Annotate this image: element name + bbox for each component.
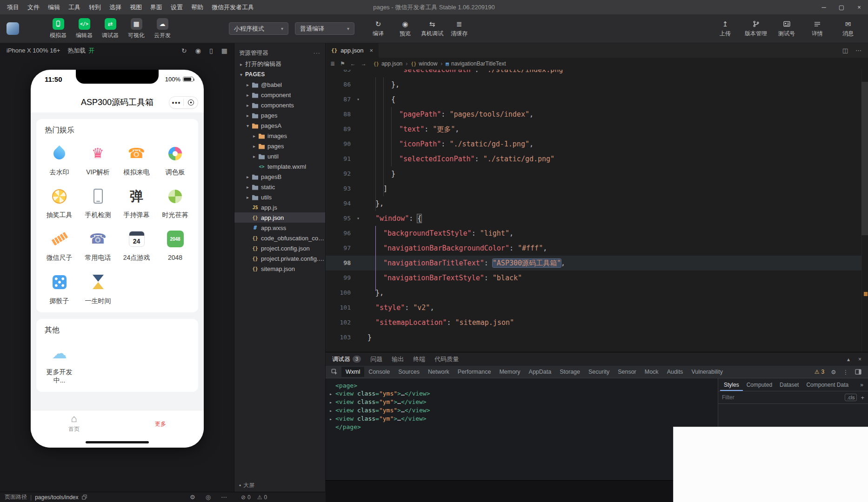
menu-item[interactable]: 编辑 (44, 0, 64, 14)
capsule-more-icon[interactable]: ●●● (169, 100, 183, 105)
devtools-tab-vulnerability[interactable]: Vulnerability (687, 367, 727, 377)
close-tab-icon[interactable]: × (369, 47, 373, 54)
toolbar-button-cloud[interactable]: ☁ 云开发 (149, 18, 175, 40)
devtools-tab-mock[interactable]: Mock (641, 367, 663, 377)
tree-item[interactable]: JSapp.js (234, 202, 325, 212)
action-button-details[interactable]: 详情 (802, 20, 833, 38)
devtools-tab-sources[interactable]: Sources (394, 367, 424, 377)
tabbar-item-grid[interactable]: 更多 (117, 410, 204, 436)
action-button-preview[interactable]: ◉ 预览 (392, 20, 419, 38)
menu-item[interactable]: 微信开发者工具 (207, 0, 258, 14)
code-line-93[interactable]: 93 ] (326, 181, 868, 196)
settings-icon[interactable]: ⚙ (190, 494, 195, 501)
miniapp-tool-item[interactable]: 去水印 (40, 143, 79, 176)
warning-count-badge[interactable]: ⚠ 3 (815, 369, 824, 375)
devtools-tab-audits[interactable]: Audits (663, 367, 688, 377)
devtools-tab-security[interactable]: Security (584, 367, 614, 377)
panel-tab-4[interactable]: 代码质量 (434, 355, 459, 363)
miniapp-tool-item[interactable]: 手机检测 (79, 185, 117, 219)
action-button-upload[interactable]: ↥ 上传 (710, 20, 741, 38)
expand-icon[interactable]: ▸ (329, 398, 335, 406)
toolbar-button-simulator[interactable]: 模拟器 (45, 18, 71, 40)
split-editor-icon[interactable]: ◫ (842, 47, 848, 54)
tree-item[interactable]: ▸pages (234, 141, 325, 151)
dom-node[interactable]: </page> (329, 423, 718, 431)
maximize-button[interactable]: ▢ (833, 0, 850, 14)
devtools-tab-console[interactable]: Console (364, 367, 394, 377)
tree-item[interactable]: ▸component (234, 90, 325, 100)
miniapp-tool-item[interactable]: ♛ VIP解析 (79, 143, 117, 176)
miniapp-tool-item[interactable]: ☎ 常用电话 (79, 228, 117, 262)
explorer-more-icon[interactable]: ··· (314, 50, 321, 56)
eye-icon[interactable]: ◎ (206, 494, 211, 501)
panel-tab-1[interactable]: 问题 (370, 355, 382, 363)
problems-counter[interactable]: ⊘0 ⚠0 (241, 494, 267, 501)
action-button-testid[interactable]: 测试号 (771, 20, 802, 38)
code-line-88[interactable]: 88 "pagePath": "pages/tools/index", (326, 107, 868, 122)
tree-item[interactable]: {}code_obfuscation_conf... (234, 233, 325, 243)
tree-item[interactable]: ▸until (234, 151, 325, 161)
sidebar-tab-styles[interactable]: Styles (720, 379, 743, 391)
tree-item[interactable]: ▸utils (234, 192, 325, 202)
tab-app-json[interactable]: {} app.json × (326, 43, 379, 58)
dom-node[interactable]: ▸<view class="ym">…</view> (329, 415, 718, 423)
dom-node[interactable]: <page> (329, 382, 718, 390)
minimize-button[interactable]: ─ (815, 0, 833, 14)
tree-item[interactable]: {}project.config.json (234, 243, 325, 253)
devtools-tab-performance[interactable]: Performance (454, 367, 495, 377)
miniapp-tool-item[interactable]: 抽奖工具 (40, 185, 79, 219)
miniapp-tool-item[interactable]: 调色板 (156, 143, 194, 176)
code-line-92[interactable]: 92 } (326, 166, 868, 181)
more-actions-icon[interactable]: ⋯ (855, 47, 861, 54)
settings-icon[interactable]: ⚙ (831, 369, 836, 376)
dom-node[interactable]: ▸<view class="yms">…</view> (329, 406, 718, 415)
tree-item[interactable]: <>template.wxml (234, 161, 325, 172)
code-line-98[interactable]: 98 "navigationBarTitleText": "ASP300源码工具… (326, 256, 868, 271)
action-button-clear-cache[interactable]: ≣ 清缓存 (446, 20, 473, 38)
sidebar-tab-component-data[interactable]: Component Data (802, 379, 852, 391)
sidebar-tab-computed[interactable]: Computed (743, 379, 776, 391)
screenshot-icon[interactable]: ◉ (195, 47, 201, 54)
tree-item[interactable]: ▸components (234, 100, 325, 110)
menu-item[interactable]: 文件 (23, 0, 44, 14)
dom-node[interactable]: ▸<view class="yms">…</view> (329, 390, 718, 398)
devtools-tab-storage[interactable]: Storage (555, 367, 584, 377)
forward-icon[interactable]: → (361, 60, 367, 67)
outline-icon[interactable]: ≣ (330, 60, 335, 67)
tree-item[interactable]: ▸static (234, 182, 325, 192)
miniapp-tool-item[interactable]: 掷骰子 (40, 271, 79, 305)
miniapp-tool-item[interactable]: 2048 2048 (156, 228, 194, 262)
devtools-tab-wxml[interactable]: Wxml (341, 367, 364, 377)
inspect-element-icon[interactable] (331, 369, 338, 375)
miniapp-tool-item[interactable]: 24 24点游戏 (117, 228, 156, 262)
tree-item[interactable]: ▸pagesB (234, 172, 325, 182)
code-line-91[interactable]: 91 "selectedIconPath": "./static/gd.png" (326, 152, 868, 166)
miniapp-tool-item[interactable]: ☎ 模拟来电 (117, 143, 156, 176)
expand-icon[interactable]: ▸ (329, 415, 335, 423)
tree-item[interactable]: #app.wxss (234, 223, 325, 233)
styles-filter-input[interactable] (722, 394, 841, 401)
mode-select[interactable]: 小程序模式 ▾ (229, 22, 288, 35)
menu-item[interactable]: 视图 (126, 0, 146, 14)
breadcrumb-item[interactable]: {}app.json (374, 60, 402, 67)
toolbar-button-visual[interactable]: ▦ 可视化 (123, 18, 149, 40)
tree-item[interactable]: ▸images (234, 131, 325, 141)
menu-item[interactable]: 转到 (85, 0, 105, 14)
tree-item[interactable]: ▾pagesA (234, 120, 325, 131)
devtools-tab-appdata[interactable]: AppData (525, 367, 556, 377)
menu-item[interactable]: 选择 (105, 0, 126, 14)
dom-node[interactable]: ▸<view class="ym">…</view> (329, 398, 718, 406)
back-icon[interactable]: ← (350, 60, 356, 67)
expand-icon[interactable]: ▸ (329, 407, 335, 415)
breadcrumb-item[interactable]: {}window (411, 60, 437, 67)
miniapp-tool-item[interactable]: 时光荏苒 (156, 185, 194, 219)
code-line-90[interactable]: 90 "iconPath": "./static/gd-1.png", (326, 137, 868, 152)
action-button-remote-debug[interactable]: ⇆ 真机调试 (419, 20, 446, 38)
close-small-icon[interactable]: × (858, 356, 861, 363)
miniapp-tool-item[interactable]: 弹 手持弹幕 (117, 185, 156, 219)
sidebar-tab-dataset[interactable]: Dataset (776, 379, 802, 391)
tree-item[interactable]: {}app.json (234, 212, 325, 223)
capsule-close-icon[interactable] (184, 99, 198, 106)
tree-item[interactable]: {}sitemap.json (234, 264, 325, 274)
menu-item[interactable]: 项目 (3, 0, 23, 14)
